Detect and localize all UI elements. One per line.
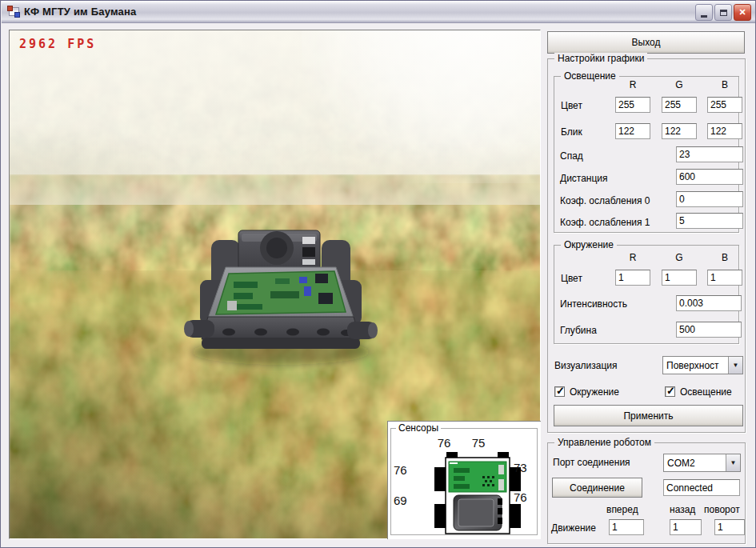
intensity-label: Интенсивность xyxy=(560,298,627,310)
ambient-col-b: B xyxy=(707,252,742,263)
ambient-col-g: G xyxy=(662,252,697,263)
robot-3d-model xyxy=(181,218,381,376)
chevron-down-icon[interactable]: ▼ xyxy=(728,357,742,374)
port-label: Порт соединения xyxy=(553,457,630,468)
port-value: COM2 xyxy=(664,456,726,470)
specular-b-input[interactable] xyxy=(707,123,742,139)
lighting-checkbox-label[interactable]: Освещение xyxy=(680,386,732,398)
sensor-left-front: 76 xyxy=(394,463,414,477)
apply-button[interactable]: Применить xyxy=(554,405,743,426)
light-color-label: Цвет xyxy=(561,100,582,111)
graphics-settings-title: Настройки графики xyxy=(554,53,647,64)
connection-status-field[interactable] xyxy=(663,479,740,496)
title-bar[interactable]: КФ МГТУ им Баумана ✕ xyxy=(2,1,756,23)
distance-input[interactable] xyxy=(676,169,743,185)
sensor-right-rear: 76 xyxy=(514,490,534,504)
ambient-color-r-input[interactable] xyxy=(615,270,650,286)
lighting-col-b: B xyxy=(707,79,742,90)
ambient-title: Окружение xyxy=(561,239,617,250)
close-button[interactable]: ✕ xyxy=(734,4,751,21)
forward-label: вперед xyxy=(606,504,638,515)
ambient-checkbox-label[interactable]: Окружение xyxy=(570,386,619,398)
app-window: КФ МГТУ им Баумана ✕ xyxy=(0,0,756,548)
light-color-r-input[interactable] xyxy=(615,97,650,113)
chevron-down-icon[interactable]: ▼ xyxy=(726,454,740,471)
turn-label: поворот xyxy=(704,504,740,515)
visualization-value: Поверхност xyxy=(663,358,728,373)
attenuation0-label: Коэф. ослабления 0 xyxy=(560,195,650,206)
sensor-front-right: 75 xyxy=(466,436,490,450)
robot-topview-graphic xyxy=(388,422,542,539)
falloff-input[interactable] xyxy=(676,146,743,162)
intensity-input[interactable] xyxy=(676,295,742,311)
ambient-color-g-input[interactable] xyxy=(662,270,697,286)
motion-back-input[interactable] xyxy=(670,519,702,535)
ambient-checkbox[interactable] xyxy=(554,386,565,397)
horizon-haze xyxy=(10,142,540,205)
robot-control-title: Управление роботом xyxy=(554,437,654,448)
light-color-b-input[interactable] xyxy=(707,97,742,113)
sensor-front-left: 76 xyxy=(432,436,456,450)
ambient-color-label: Цвет xyxy=(561,273,582,284)
lighting-title: Освещение xyxy=(561,70,619,82)
lighting-col-r: R xyxy=(615,79,650,90)
sensors-panel: Сенсоры xyxy=(387,421,541,539)
specular-r-input[interactable] xyxy=(615,123,650,139)
falloff-label: Спад xyxy=(560,150,583,162)
lighting-checkbox[interactable] xyxy=(665,386,675,397)
minimize-button[interactable] xyxy=(695,4,713,21)
connect-button[interactable]: Соединение xyxy=(552,478,642,498)
lighting-col-g: G xyxy=(662,79,697,90)
port-select[interactable]: COM2 ▼ xyxy=(663,454,741,472)
depth-input[interactable] xyxy=(676,322,742,338)
specular-label: Блик xyxy=(561,126,582,138)
motion-turn-input[interactable] xyxy=(714,519,745,535)
attenuation1-label: Коэф. ослабления 1 xyxy=(560,217,650,228)
motion-forward-input[interactable] xyxy=(609,519,644,535)
distance-label: Дистанция xyxy=(560,173,608,184)
back-label: назад xyxy=(670,504,695,515)
light-color-g-input[interactable] xyxy=(662,97,697,113)
depth-label: Глубина xyxy=(560,325,597,336)
ambient-col-r: R xyxy=(615,252,650,263)
sensor-left-rear: 69 xyxy=(394,494,414,507)
exit-button[interactable]: Выход xyxy=(547,31,745,54)
visualization-label: Визуализация xyxy=(554,360,618,371)
app-icon xyxy=(7,6,20,18)
sensor-right-front: 73 xyxy=(514,461,534,474)
ambient-color-b-input[interactable] xyxy=(707,270,742,286)
fps-counter: 2962 FPS xyxy=(19,37,96,51)
motion-label: Движение xyxy=(551,522,596,534)
attenuation1-input[interactable] xyxy=(676,213,743,229)
window-title: КФ МГТУ им Баумана xyxy=(24,6,137,18)
maximize-button[interactable] xyxy=(714,4,732,21)
visualization-select[interactable]: Поверхност ▼ xyxy=(662,356,743,374)
specular-g-input[interactable] xyxy=(662,123,697,139)
attenuation0-input[interactable] xyxy=(676,191,743,207)
